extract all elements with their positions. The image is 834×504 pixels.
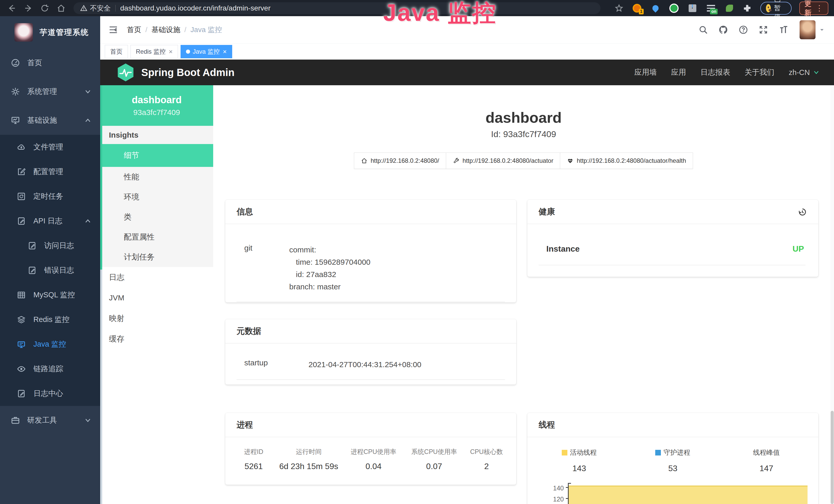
sidebar-item-api-log[interactable]: API 日志 xyxy=(0,209,100,233)
active-dot-icon xyxy=(186,49,190,54)
header-actions xyxy=(688,20,825,39)
tab-home[interactable]: 首页 xyxy=(105,45,128,58)
edit-square-icon xyxy=(17,167,26,176)
scrollbar-thumb[interactable] xyxy=(831,411,834,504)
instance-home-link[interactable]: http://192.168.0.2:48080/ xyxy=(354,153,446,169)
sba-menu-classes[interactable]: 类 xyxy=(100,207,213,227)
sidebar-item-error-log[interactable]: 错误日志 xyxy=(0,258,100,283)
search-icon[interactable] xyxy=(698,25,708,35)
paused-badge[interactable]: 已暂停 xyxy=(760,2,792,15)
sba-menu-config-props[interactable]: 配置属性 xyxy=(100,227,213,247)
sidebar-item-system[interactable]: 系统管理 xyxy=(0,77,100,106)
sidebar-item-file-manage[interactable]: 文件管理 xyxy=(0,135,100,159)
cards-column-left: 信息 git commit: time: 1596289704000 id: 2 xyxy=(225,200,516,485)
sba-nav-wall[interactable]: 应用墙 xyxy=(634,67,657,77)
browser-back-icon[interactable] xyxy=(7,4,17,13)
tab-java-monitor[interactable]: Java 监控 × xyxy=(180,45,232,58)
browser-window: 不安全 dashboard.yudao.iocoder.cn/infra/adm… xyxy=(0,0,834,504)
chrome-update-button[interactable]: 更新 ⋮ xyxy=(799,2,828,15)
tab-redis-monitor[interactable]: Redis 监控 × xyxy=(130,45,178,58)
sba-nav-about[interactable]: 关于我们 xyxy=(745,67,774,77)
cards-column-right: 健康 Instance UP xyxy=(527,200,818,504)
scrollbar-track[interactable] xyxy=(830,85,834,504)
table-row[interactable]: Instance UP xyxy=(539,244,806,265)
breadcrumb-separator: / xyxy=(146,26,148,34)
sidebar-item-scheduled-jobs[interactable]: 定时任务 xyxy=(0,184,100,209)
legend-swatch-blue xyxy=(655,450,661,456)
sba-menu-details[interactable]: 细节 xyxy=(100,144,213,167)
sidebar-item-redis-monitor[interactable]: Redis 监控 xyxy=(0,307,100,332)
font-size-icon[interactable] xyxy=(778,25,788,35)
sba-header: Spring Boot Admin 应用墙 应用 日志报表 关于我们 zh-CN xyxy=(100,60,834,85)
cloud-upload-icon xyxy=(17,143,26,152)
instance-health-link[interactable]: http://192.168.0.2:48080/actuator/health xyxy=(560,153,693,169)
extensions-puzzle-icon[interactable] xyxy=(743,4,751,13)
sba-nav-applications[interactable]: 应用 xyxy=(671,67,686,77)
sidebar-item-infra[interactable]: 基础设施 xyxy=(0,106,100,135)
bookmark-star-icon[interactable] xyxy=(614,4,623,13)
breadcrumb-current: Java 监控 xyxy=(191,25,222,35)
doc-edit-icon xyxy=(17,217,26,225)
extension-green-circle-icon[interactable] xyxy=(669,3,679,13)
eye-icon xyxy=(17,365,26,373)
column-header: 进程CPU使用率 xyxy=(343,448,404,456)
sidebar-item-home[interactable]: 首页 xyxy=(0,48,100,77)
legend-live-threads: 活动线程 143 xyxy=(532,448,626,473)
health-card-header: 健康 xyxy=(527,200,818,224)
admin-app: 芋道管理系统 首页 系统管理 基础设施 xyxy=(0,16,834,504)
legend-peak-threads: 线程峰值 147 xyxy=(720,448,813,473)
info-key: git xyxy=(244,244,289,293)
sba-menu-mappings[interactable]: 映射 xyxy=(100,308,213,329)
sba-menu-environment[interactable]: 环境 xyxy=(100,187,213,207)
sidebar-submenu-infra: 文件管理 配置管理 定时任务 API 日志 xyxy=(0,135,100,406)
sba-menu-scheduled-tasks[interactable]: 计划任务 xyxy=(100,247,213,267)
monitor-icon xyxy=(17,340,26,349)
sba-brand-title[interactable]: Spring Boot Admin xyxy=(141,67,235,78)
sba-menu-metrics[interactable]: 性能 xyxy=(100,167,213,187)
instance-actuator-link[interactable]: http://192.168.0.2:48080/actuator xyxy=(446,153,561,169)
chrome-menu-dots-icon[interactable]: ⋮ xyxy=(815,4,823,13)
extension-switch-icon[interactable]: on xyxy=(706,3,716,13)
live-threads-value: 143 xyxy=(532,464,626,473)
breadcrumb-infra[interactable]: 基础设施 xyxy=(152,25,180,35)
browser-reload-icon[interactable] xyxy=(40,4,49,13)
sidebar-item-dev-tools[interactable]: 研发工具 xyxy=(0,406,100,435)
spring-boot-admin-logo xyxy=(117,63,134,82)
extension-pin-icon[interactable] xyxy=(650,3,661,13)
sidebar-item-mysql-monitor[interactable]: MySQL 监控 xyxy=(0,283,100,307)
avatar-caret-down-icon[interactable] xyxy=(819,27,825,32)
extension-grid-icon[interactable] xyxy=(687,3,698,13)
user-avatar[interactable] xyxy=(799,20,815,39)
process-id-value: 5261 xyxy=(233,462,274,471)
github-icon[interactable] xyxy=(719,25,728,35)
extension-orange-icon[interactable]: 1 xyxy=(632,3,642,13)
sidebar-item-java-monitor[interactable]: Java 监控 xyxy=(0,332,100,357)
sba-menu-logs[interactable]: 日志 xyxy=(100,267,213,288)
peak-threads-value: 147 xyxy=(720,464,813,473)
breadcrumb-home[interactable]: 首页 xyxy=(127,25,141,35)
browser-home-icon[interactable] xyxy=(57,4,66,13)
chevron-down-icon xyxy=(84,417,91,424)
sba-menu-caches[interactable]: 缓存 xyxy=(100,329,213,349)
address-bar[interactable]: 不安全 dashboard.yudao.iocoder.cn/infra/adm… xyxy=(73,2,600,14)
sba-nav-journal[interactable]: 日志报表 xyxy=(700,67,730,77)
fullscreen-icon[interactable] xyxy=(759,25,768,35)
close-icon[interactable]: × xyxy=(169,48,173,56)
sba-menu-jvm[interactable]: JVM xyxy=(100,288,213,308)
chevron-up-icon xyxy=(84,117,91,124)
sba-body: dashboard 93a3fc7f7409 Insights 细节 性能 环境… xyxy=(100,85,834,504)
close-icon[interactable]: × xyxy=(223,48,227,56)
sidebar-item-config-manage[interactable]: 配置管理 xyxy=(0,159,100,184)
sidebar-scroll-strip xyxy=(100,270,102,504)
sidebar-item-access-log[interactable]: 访问日志 xyxy=(0,233,100,258)
threads-card: 线程 活动线程 1 xyxy=(527,413,818,504)
history-icon[interactable] xyxy=(798,207,807,216)
hamburger-icon[interactable] xyxy=(108,25,118,35)
sidebar-item-log-center[interactable]: 日志中心 xyxy=(0,381,100,406)
instance-block[interactable]: dashboard 93a3fc7f7409 xyxy=(100,85,213,126)
help-icon[interactable] xyxy=(739,25,748,35)
extension-leaf-icon[interactable] xyxy=(724,3,734,13)
browser-forward-icon[interactable] xyxy=(24,4,33,13)
app-logo-row[interactable]: 芋道管理系统 xyxy=(0,16,100,48)
sidebar-item-trace[interactable]: 链路追踪 xyxy=(0,357,100,381)
